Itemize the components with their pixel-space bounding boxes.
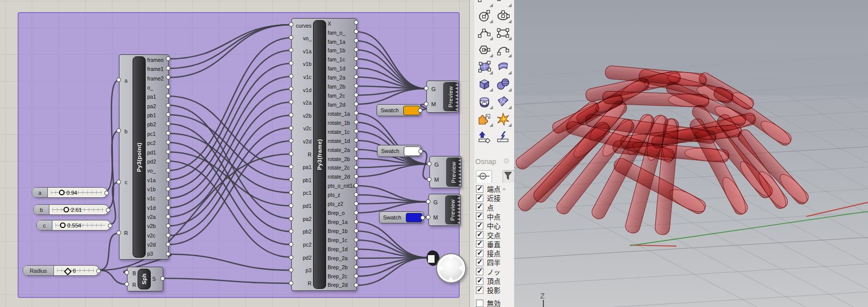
output-port-fam_o_[interactable] — [354, 29, 358, 34]
output-port-rotate_1b[interactable] — [354, 120, 358, 124]
output-port-frame1[interactable] — [166, 66, 170, 70]
toolbar-button[interactable] — [494, 112, 513, 128]
toolbar-button[interactable] — [476, 76, 494, 93]
swatch-output-port[interactable] — [418, 149, 423, 154]
wire[interactable] — [168, 105, 291, 218]
output-port-v2a[interactable] — [166, 214, 170, 219]
checkbox[interactable]: ✓ — [476, 194, 483, 202]
output-port-fam_2d[interactable] — [354, 102, 358, 106]
checkbox[interactable]: ✓ — [476, 250, 483, 257]
slider-output-port[interactable] — [104, 191, 109, 195]
output-port-Brep_2a[interactable] — [354, 256, 358, 260]
osnap-option-頂点[interactable]: ✓頂点 — [476, 276, 501, 285]
flyout-arrow-icon[interactable] — [508, 88, 512, 92]
component-py3_frame[interactable]: curvesvo_v1av1bv1cv1dv2av2bv2cv2dRpa1pb1… — [291, 18, 357, 291]
flyout-arrow-icon[interactable] — [489, 88, 493, 92]
swatch-output-port[interactable] — [418, 108, 422, 113]
slider-rail[interactable]: 0.554 — [52, 220, 110, 230]
output-port-pc1[interactable] — [166, 131, 170, 135]
colour-swatch-2[interactable]: Swatch — [379, 211, 423, 223]
swatch-output-port[interactable] — [420, 215, 425, 220]
toolbar-button[interactable] — [476, 112, 494, 128]
osnap-option-ノッ[interactable]: ✓ノッ — [476, 267, 501, 276]
flyout-arrow-icon[interactable] — [489, 71, 493, 74]
output-port-fam_1b[interactable] — [354, 47, 358, 52]
flyout-arrow-icon[interactable] — [489, 123, 493, 127]
output-port-pb1[interactable] — [166, 112, 170, 117]
more-options-chevron[interactable]: » — [503, 186, 506, 192]
component-name-capsule[interactable]: Py3(point) — [133, 56, 146, 258]
flyout-arrow-icon[interactable] — [508, 123, 512, 127]
preview-port-G[interactable] — [424, 86, 428, 91]
output-port-v1d[interactable] — [166, 205, 170, 210]
checkbox[interactable]: ✓ — [476, 259, 483, 266]
output-port-v2c[interactable] — [166, 233, 170, 238]
input-port-R[interactable] — [289, 151, 293, 156]
input-port-pd2[interactable] — [289, 255, 293, 260]
number-slider-a[interactable]: a0.94 — [32, 187, 107, 198]
input-port-v1c[interactable] — [289, 74, 293, 79]
toolbar-button[interactable] — [494, 25, 513, 41]
checkbox[interactable]: ✓ — [476, 240, 483, 248]
input-port-pa2[interactable] — [289, 216, 293, 221]
preview-name-capsule[interactable]: Preview — [446, 158, 461, 187]
input-port-pc2[interactable] — [289, 242, 293, 247]
flyout-arrow-icon[interactable] — [508, 106, 512, 109]
input-port-c[interactable] — [116, 180, 121, 184]
number-slider-c[interactable]: c0.554 — [36, 220, 111, 231]
slider-output-port[interactable] — [106, 208, 110, 212]
slider-knob[interactable] — [59, 190, 65, 195]
checkbox[interactable]: ✓ — [476, 185, 483, 193]
input-port-vo_[interactable] — [289, 35, 293, 40]
output-port-Brep_2b[interactable] — [354, 265, 358, 269]
wire[interactable] — [356, 222, 428, 258]
preview-component-2[interactable]: GMPreview — [428, 194, 461, 226]
flyout-arrow-icon[interactable] — [508, 4, 512, 7]
toolbar-button[interactable] — [494, 94, 513, 110]
osnap-option-接点[interactable]: ✓接点 — [476, 249, 501, 258]
component-sphere[interactable]: BRSphS — [127, 267, 163, 291]
component-name-capsule[interactable]: Sph — [138, 269, 151, 289]
preview-port-G[interactable] — [426, 199, 430, 204]
input-port-a[interactable] — [116, 78, 121, 82]
input-port-v2c[interactable] — [289, 126, 293, 130]
input-port-pa1[interactable] — [289, 165, 293, 169]
output-port-fam_2b[interactable] — [354, 84, 358, 88]
output-port-Brep_1a[interactable] — [354, 219, 358, 224]
input-port-v2b[interactable] — [289, 113, 293, 117]
output-port-pd1[interactable] — [166, 149, 170, 154]
osnap-option-垂直[interactable]: ✓垂直 — [476, 240, 501, 249]
wire[interactable] — [356, 41, 426, 89]
rhino-viewport[interactable]: Z — [514, 0, 868, 307]
osnap-option-無効[interactable]: 無効 — [476, 298, 501, 307]
checkbox[interactable]: ✓ — [476, 277, 483, 285]
preview-component-0[interactable]: GMPreview — [426, 81, 459, 113]
preview-port-M[interactable] — [424, 102, 428, 106]
grasshopper-canvas[interactable]: abcRPy3(point)frameoframe1frame2o_pa1pa2… — [0, 0, 469, 307]
output-port-v1b[interactable] — [166, 187, 170, 191]
checkbox[interactable]: ✓ — [476, 286, 483, 294]
output-port-rotate_1c[interactable] — [354, 129, 358, 133]
flyout-arrow-icon[interactable] — [489, 106, 493, 109]
output-port-rotate_2a[interactable] — [354, 147, 358, 151]
output-port-X[interactable] — [354, 20, 358, 25]
osnap-option-中心[interactable]: ✓中心 — [476, 221, 501, 230]
osnap-option-中点[interactable]: ✓中点 — [476, 212, 501, 221]
output-port-fam_1c[interactable] — [354, 56, 358, 61]
flyout-arrow-icon[interactable] — [489, 4, 493, 7]
toolbar-button[interactable] — [494, 42, 513, 58]
input-port-v1b[interactable] — [289, 61, 293, 65]
output-port-pts_z2[interactable] — [354, 201, 358, 206]
swatch-colour-well[interactable] — [406, 213, 422, 222]
flyout-arrow-icon[interactable] — [489, 54, 493, 57]
output-port-pa2[interactable] — [166, 103, 170, 108]
swatch-colour-well[interactable] — [404, 146, 420, 156]
wire[interactable] — [168, 76, 291, 198]
slider-output-port[interactable] — [108, 223, 112, 228]
wire[interactable] — [168, 25, 291, 78]
toolbar-button[interactable] — [476, 59, 494, 75]
toolbar-button[interactable] — [476, 130, 494, 146]
toolbar-button[interactable] — [476, 0, 494, 8]
checkbox[interactable] — [476, 299, 483, 307]
wire[interactable] — [356, 89, 426, 104]
